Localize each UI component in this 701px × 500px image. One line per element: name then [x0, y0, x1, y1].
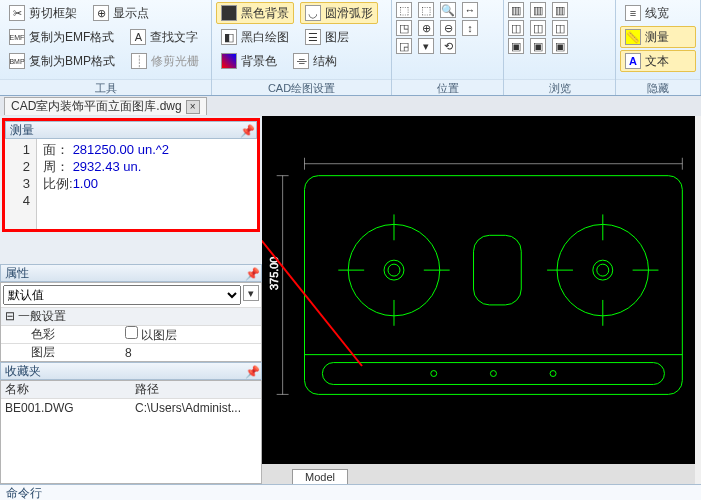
arc-icon: ◡	[305, 5, 321, 21]
group-browse-label: 浏览	[504, 79, 615, 95]
pos8-icon[interactable]: ↕	[462, 20, 478, 36]
file-close-button[interactable]: ×	[186, 100, 200, 114]
color-bylayer-check[interactable]	[125, 326, 138, 339]
props-select[interactable]: 默认值	[3, 285, 241, 305]
br5-icon[interactable]: ◫	[530, 20, 546, 36]
svg-rect-20	[474, 235, 522, 305]
command-line[interactable]: 命令行	[0, 484, 701, 500]
btn-bg-color[interactable]: 背景色	[216, 50, 282, 72]
btn-copy-bmp[interactable]: BMP复制为BMP格式	[4, 50, 120, 72]
black-bg-icon	[221, 5, 237, 21]
properties-panel: 默认值 ▾ 一般设置 色彩以图层 图层8	[0, 282, 262, 362]
props-filter-icon[interactable]: ▾	[243, 285, 259, 301]
group-tools-label: 工具	[0, 79, 211, 95]
trim-icon: ┊	[131, 53, 147, 69]
svg-rect-0	[305, 176, 683, 395]
group-hide-label: 隐藏	[616, 79, 700, 95]
pos4-icon[interactable]: ↔	[462, 2, 478, 18]
btn-black-bg[interactable]: 黑色背景	[216, 2, 294, 24]
br2-icon[interactable]: ▥	[530, 2, 546, 18]
emf-icon: EMF	[9, 29, 25, 45]
btn-trim-raster[interactable]: ┊修剪光栅	[126, 50, 204, 72]
pos6-icon[interactable]: ⊕	[418, 20, 434, 36]
pin-icon[interactable]: 📌	[245, 267, 257, 279]
btn-bw-draw[interactable]: ◧黑白绘图	[216, 26, 294, 48]
btn-layers[interactable]: ☰图层	[300, 26, 354, 48]
model-tab[interactable]: Model	[292, 469, 348, 484]
linewidth-icon: ≡	[625, 5, 641, 21]
br8-icon[interactable]: ▣	[530, 38, 546, 54]
text-icon: A	[625, 53, 641, 69]
layers-icon: ☰	[305, 29, 321, 45]
left-panel: CAD室内装饰平面立面图库.dwg × 测量 📌 1 2 3 4 面： 2812…	[0, 96, 262, 484]
fav-col-path[interactable]: 路径	[131, 381, 261, 398]
br4-icon[interactable]: ◫	[508, 20, 524, 36]
fav-col-name[interactable]: 名称	[1, 381, 131, 398]
btn-copy-emf[interactable]: EMF复制为EMF格式	[4, 26, 119, 48]
pos1-icon[interactable]: ⬚	[396, 2, 412, 18]
br9-icon[interactable]: ▣	[552, 38, 568, 54]
fav-panel-header: 收藏夹 📌	[0, 362, 262, 380]
btn-crop-frame[interactable]: ✂剪切框架	[4, 2, 82, 24]
br3-icon[interactable]: ▥	[552, 2, 568, 18]
pos10-icon[interactable]: ▾	[418, 38, 434, 54]
btn-smooth-arc[interactable]: ◡圆滑弧形	[300, 2, 378, 24]
svg-point-14	[593, 260, 613, 280]
svg-point-5	[550, 371, 556, 377]
svg-point-15	[597, 264, 609, 276]
favorites-panel: 名称 路径 BE001.DWG C:\Users\Administ...	[0, 380, 262, 484]
dim-height: 375.00	[268, 257, 280, 290]
props-section-general[interactable]: 一般设置	[1, 307, 261, 325]
measure-output: 1 2 3 4 面： 281250.00 un.^2 周： 2932.43 un…	[5, 139, 257, 229]
btn-linewidth[interactable]: ≡线宽	[620, 2, 696, 24]
measure-panel-header: 测量 📌	[5, 121, 257, 139]
file-tab[interactable]: CAD室内装饰平面立面图库.dwg ×	[4, 97, 207, 115]
br1-icon[interactable]: ▥	[508, 2, 524, 18]
crop-icon: ✂	[9, 5, 25, 21]
bw-icon: ◧	[221, 29, 237, 45]
file-tab-bar: CAD室内装饰平面立面图库.dwg ×	[0, 96, 262, 116]
structure-icon: ⌯	[293, 53, 309, 69]
br7-icon[interactable]: ▣	[508, 38, 524, 54]
props-row-layer[interactable]: 图层8	[1, 343, 261, 361]
pos9-icon[interactable]: ◲	[396, 38, 412, 54]
btn-find-text[interactable]: A查找文字	[125, 26, 203, 48]
search-icon: A	[130, 29, 146, 45]
file-name: CAD室内装饰平面立面图库.dwg	[11, 98, 182, 115]
bmp-icon: BMP	[9, 53, 25, 69]
svg-point-8	[388, 264, 400, 276]
ribbon: ✂剪切框架 ⊕显示点 EMF复制为EMF格式 A查找文字 BMP复制为BMP格式…	[0, 0, 701, 96]
drawing-canvas[interactable]: 375.00	[262, 116, 695, 464]
fav-row[interactable]: BE001.DWG C:\Users\Administ...	[1, 399, 261, 417]
pos2-icon[interactable]: ⬚	[418, 2, 434, 18]
points-icon: ⊕	[93, 5, 109, 21]
pin-icon[interactable]: 📌	[245, 365, 257, 377]
props-panel-header: 属性 📌	[0, 264, 262, 282]
svg-point-3	[431, 371, 437, 377]
svg-point-7	[384, 260, 404, 280]
btn-text[interactable]: A文本	[620, 50, 696, 72]
pos3-icon[interactable]: 🔍	[440, 2, 456, 18]
btn-structure[interactable]: ⌯结构	[288, 50, 342, 72]
svg-rect-2	[322, 363, 664, 385]
group-cad-label: CAD绘图设置	[212, 79, 391, 95]
svg-point-4	[490, 371, 496, 377]
bgcolor-icon	[221, 53, 237, 69]
pos11-icon[interactable]: ⟲	[440, 38, 456, 54]
pin-icon[interactable]: 📌	[240, 124, 252, 136]
br6-icon[interactable]: ◫	[552, 20, 568, 36]
pos7-icon[interactable]: ⊖	[440, 20, 456, 36]
model-tab-bar: Model	[262, 464, 695, 484]
props-row-color[interactable]: 色彩以图层	[1, 325, 261, 343]
btn-show-points[interactable]: ⊕显示点	[88, 2, 154, 24]
pos5-icon[interactable]: ◳	[396, 20, 412, 36]
group-position-label: 位置	[392, 79, 503, 95]
btn-measure[interactable]: 📏测量	[620, 26, 696, 48]
measure-icon: 📏	[625, 29, 641, 45]
